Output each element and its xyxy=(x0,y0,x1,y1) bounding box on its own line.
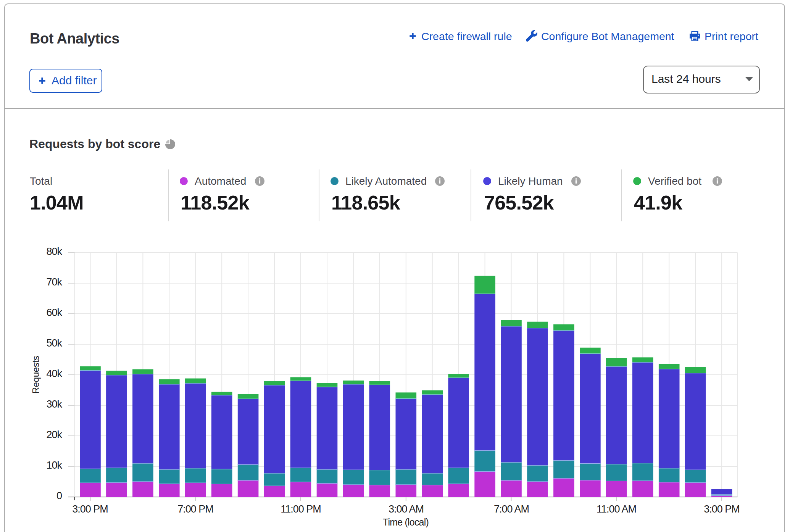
svg-text:11:00 AM: 11:00 AM xyxy=(597,503,636,515)
svg-text:11:00 PM: 11:00 PM xyxy=(281,503,321,515)
svg-text:Time (local): Time (local) xyxy=(383,517,429,527)
svg-text:80k: 80k xyxy=(46,246,62,257)
svg-text:70k: 70k xyxy=(46,276,62,288)
svg-text:7:00 PM: 7:00 PM xyxy=(177,503,213,515)
svg-text:3:00 AM: 3:00 AM xyxy=(389,503,424,515)
svg-text:50k: 50k xyxy=(46,337,62,349)
svg-text:0: 0 xyxy=(56,490,62,501)
svg-text:10k: 10k xyxy=(46,459,62,471)
svg-text:60k: 60k xyxy=(46,307,62,318)
svg-text:40k: 40k xyxy=(46,368,62,379)
svg-text:3:00 PM: 3:00 PM xyxy=(72,503,108,515)
svg-text:7:00 AM: 7:00 AM xyxy=(494,503,529,515)
svg-text:30k: 30k xyxy=(46,398,62,410)
svg-text:3:00 PM: 3:00 PM xyxy=(704,503,740,515)
svg-text:Requests: Requests xyxy=(31,356,41,393)
svg-text:20k: 20k xyxy=(46,429,62,440)
